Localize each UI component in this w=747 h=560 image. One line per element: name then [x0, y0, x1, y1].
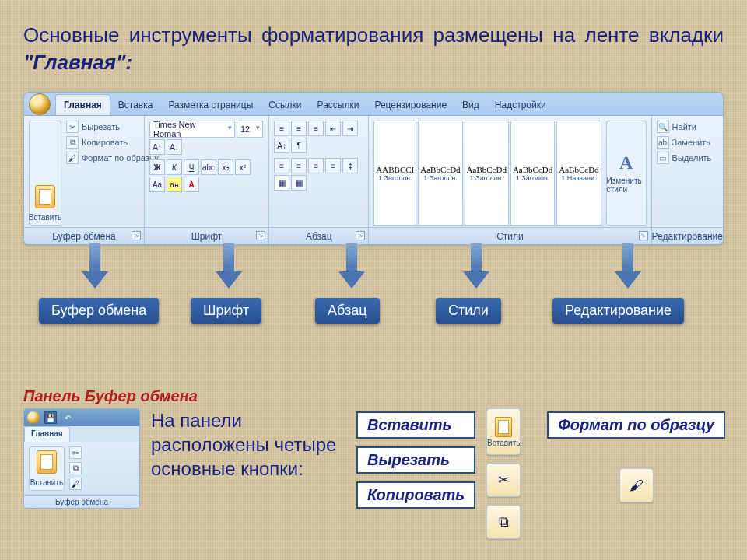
tab-view[interactable]: Вид [454, 95, 487, 115]
lower-section: Панель Буфер обмена 💾 ↶ Главная Вставить… [23, 387, 747, 539]
multilevel-icon[interactable]: ≡ [308, 121, 324, 136]
tab-review[interactable]: Рецензирование [366, 95, 454, 115]
paste-button[interactable]: Вставить [29, 121, 61, 226]
group-editing: 🔍Найти abЗаменить ▭Выделить Редактирован… [652, 116, 723, 244]
find-button[interactable]: 🔍Найти [657, 121, 718, 133]
tab-page-layout[interactable]: Разметка страницы [160, 95, 261, 115]
paste-label: Вставить [29, 213, 61, 222]
label-cut: Вырезать [356, 446, 475, 474]
replace-icon: ab [657, 136, 669, 149]
mini-copy-icon[interactable]: ⧉ [69, 462, 82, 474]
font-launcher[interactable]: ↘ [256, 231, 265, 240]
indent-inc-icon[interactable]: ⇥ [342, 121, 358, 136]
borders-icon[interactable]: ▦ [291, 175, 307, 191]
arrow-styles [463, 243, 489, 290]
label-copy: Копировать [356, 481, 475, 509]
group-paragraph: ≡ ≡ ≡ ⇤ ⇥ A↓ ¶ ≡ ≡ ≡ ≡ ‡ ▦ [269, 116, 369, 244]
subscript-button[interactable]: x₂ [218, 159, 233, 175]
label-format-painter: Формат по образцу [547, 411, 725, 439]
highlight-button[interactable]: aʙ [167, 177, 182, 192]
tag-editing: Редактирование [552, 298, 684, 324]
bold-button[interactable]: Ж [149, 159, 165, 175]
mini-office-button-icon[interactable] [27, 411, 40, 424]
copy-icon: ⧉ [66, 136, 79, 149]
arrow-font [216, 243, 242, 290]
mini-clipboard-panel: 💾 ↶ Главная Вставить ✂ ⧉ 🖌 Буфер обмена [23, 408, 140, 509]
group-clipboard: Вставить ✂Вырезать ⧉Копировать 🖌Формат п… [24, 116, 145, 244]
mini-paste-button[interactable]: Вставить [29, 446, 65, 491]
group-clipboard-label: Буфер обмена [52, 231, 116, 242]
paste-icon [35, 185, 55, 208]
ribbon-tab-bar: Главная Вставка Разметка страницы Ссылки… [24, 93, 723, 116]
heading: Основные инструменты форматирования разм… [23, 22, 724, 76]
panel-title: Панель Буфер обмена [23, 387, 747, 405]
group-editing-label: Редактирование [652, 231, 723, 242]
tab-insert[interactable]: Вставка [110, 95, 161, 115]
strike-button[interactable]: abc [201, 159, 216, 175]
align-right-icon[interactable]: ≡ [308, 158, 324, 173]
shading-icon[interactable]: ▦ [274, 175, 289, 191]
group-styles: AABBCCI1 Заголов. AaBbCcDd1 Заголов. AaB… [369, 116, 651, 244]
group-paragraph-label: Абзац [306, 231, 332, 242]
office-button-icon[interactable] [29, 93, 51, 115]
pilcrow-icon[interactable]: ¶ [291, 138, 307, 153]
sort-icon[interactable]: A↓ [274, 138, 289, 153]
style-item-4[interactable]: AaBbCcDd1 Названи. [556, 121, 601, 226]
word-ribbon: Главная Вставка Разметка страницы Ссылки… [23, 92, 724, 245]
tag-styles: Стили [436, 298, 501, 324]
callout-row: Буфер обмена Шрифт Абзац Стили Редактиро… [23, 243, 724, 329]
font-color-button[interactable]: A [184, 177, 199, 192]
arrow-clipboard [82, 243, 108, 290]
shrink-font-icon[interactable]: A↓ [167, 139, 182, 155]
style-item-0[interactable]: AABBCCI1 Заголов. [374, 121, 416, 226]
change-styles-icon: A [619, 152, 633, 173]
scissors-icon: ✂ [66, 121, 79, 133]
styles-launcher[interactable]: ↘ [639, 231, 648, 240]
tab-addins[interactable]: Надстройки [487, 95, 554, 115]
arrow-paragraph [338, 243, 365, 290]
style-item-3[interactable]: AaBbCcDd1 Заголов. [510, 121, 555, 226]
big-paste-button[interactable]: Вставить [486, 408, 521, 455]
tab-references[interactable]: Ссылки [261, 95, 309, 115]
numbering-icon[interactable]: ≡ [291, 121, 307, 136]
big-cut-icon[interactable]: ✂ [486, 463, 521, 497]
superscript-button[interactable]: x² [235, 159, 251, 175]
italic-button[interactable]: К [167, 159, 182, 175]
tab-mailings[interactable]: Рассылки [310, 95, 367, 115]
big-copy-icon[interactable]: ⧉ [486, 505, 521, 539]
align-center-icon[interactable]: ≡ [291, 158, 307, 173]
paragraph-launcher[interactable]: ↘ [356, 231, 365, 240]
justify-icon[interactable]: ≡ [325, 158, 341, 173]
change-case-button[interactable]: Aa [149, 177, 165, 192]
save-icon[interactable]: 💾 [44, 411, 57, 424]
style-item-1[interactable]: AaBbCcDd1 Заголов. [418, 121, 462, 226]
style-item-2[interactable]: AaBbCcDd1 Заголов. [465, 121, 509, 226]
clipboard-launcher[interactable]: ↘ [132, 231, 141, 240]
undo-icon[interactable]: ↶ [61, 411, 74, 424]
panel-description: На панели расположены четыре основные кн… [151, 408, 345, 481]
tab-home[interactable]: Главная [55, 94, 110, 115]
big-paste-icon [495, 417, 512, 437]
font-size-select[interactable]: 12 [237, 121, 263, 138]
select-button[interactable]: ▭Выделить [657, 152, 718, 164]
align-left-icon[interactable]: ≡ [274, 158, 289, 173]
grow-font-icon[interactable]: A↑ [149, 139, 165, 155]
heading-text: Основные инструменты форматирования разм… [23, 23, 724, 47]
styles-gallery[interactable]: AABBCCI1 Заголов. AaBbCcDd1 Заголов. AaB… [374, 121, 601, 226]
mini-brush-icon[interactable]: 🖌 [69, 478, 82, 490]
mini-tab-home[interactable]: Главная [24, 426, 70, 442]
mini-group-label: Буфер обмена [24, 495, 139, 508]
big-brush-icon[interactable]: 🖌 [619, 468, 654, 502]
change-styles-button[interactable]: A Изменить стили [606, 121, 647, 226]
bullets-icon[interactable]: ≡ [274, 121, 289, 136]
font-name-select[interactable]: Times New Roman [149, 121, 235, 138]
select-icon: ▭ [657, 152, 669, 164]
underline-button[interactable]: Ч [184, 159, 199, 175]
replace-button[interactable]: abЗаменить [657, 136, 718, 149]
line-spacing-icon[interactable]: ‡ [342, 158, 358, 173]
tag-font: Шрифт [191, 298, 261, 324]
ribbon-groups: Вставить ✂Вырезать ⧉Копировать 🖌Формат п… [24, 116, 723, 244]
mini-scissors-icon[interactable]: ✂ [69, 446, 82, 459]
mini-paste-icon [37, 450, 57, 474]
indent-dec-icon[interactable]: ⇤ [325, 121, 341, 136]
